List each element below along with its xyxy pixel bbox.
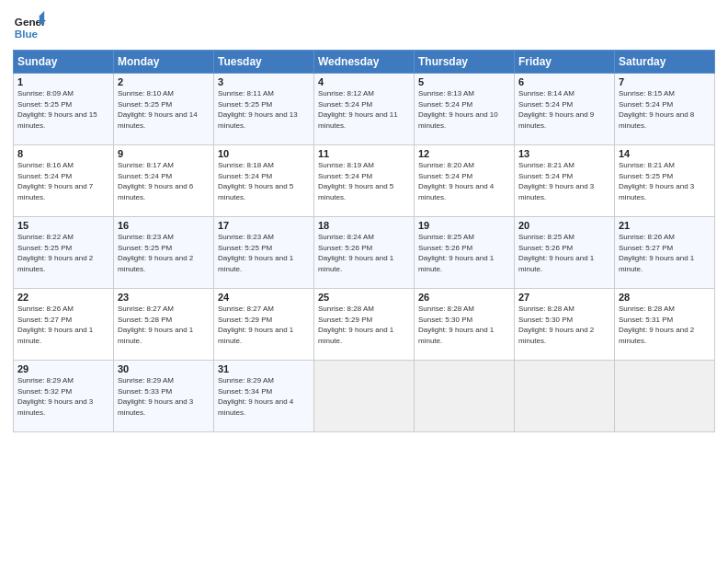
day-info: Sunrise: 8:10 AMSunset: 5:25 PMDaylight:…	[118, 89, 198, 130]
day-info: Sunrise: 8:22 AMSunset: 5:25 PMDaylight:…	[17, 233, 93, 273]
day-info: Sunrise: 8:21 AMSunset: 5:24 PMDaylight:…	[518, 161, 594, 201]
day-number: 12	[418, 148, 510, 159]
day-number: 29	[17, 363, 109, 374]
day-number: 24	[218, 292, 310, 303]
day-info: Sunrise: 8:16 AMSunset: 5:24 PMDaylight:…	[17, 161, 93, 201]
day-number: 1	[17, 76, 109, 87]
day-info: Sunrise: 8:29 AMSunset: 5:32 PMDaylight:…	[17, 376, 93, 417]
calendar-day-cell: 28Sunrise: 8:28 AMSunset: 5:31 PMDayligh…	[615, 289, 715, 361]
day-number: 25	[318, 292, 410, 303]
calendar-week-row: 1Sunrise: 8:09 AMSunset: 5:25 PMDaylight…	[14, 74, 715, 145]
day-number: 14	[619, 148, 711, 159]
day-info: Sunrise: 8:13 AMSunset: 5:24 PMDaylight:…	[418, 89, 498, 130]
day-info: Sunrise: 8:24 AMSunset: 5:26 PMDaylight:…	[318, 233, 393, 273]
day-info: Sunrise: 8:28 AMSunset: 5:30 PMDaylight:…	[518, 304, 594, 345]
day-number: 30	[118, 363, 210, 374]
day-number: 11	[318, 148, 410, 159]
calendar-day-header-saturday: Saturday	[615, 51, 715, 74]
day-number: 27	[518, 292, 610, 303]
calendar-day-header-tuesday: Tuesday	[214, 51, 314, 74]
day-info: Sunrise: 8:25 AMSunset: 5:26 PMDaylight:…	[418, 233, 494, 273]
calendar-day-cell: 21Sunrise: 8:26 AMSunset: 5:27 PMDayligh…	[615, 217, 715, 289]
calendar-day-cell: 8Sunrise: 8:16 AMSunset: 5:24 PMDaylight…	[14, 145, 114, 217]
day-info: Sunrise: 8:27 AMSunset: 5:29 PMDaylight:…	[218, 304, 293, 345]
day-number: 15	[17, 220, 109, 231]
calendar-day-cell: 20Sunrise: 8:25 AMSunset: 5:26 PMDayligh…	[515, 217, 615, 289]
day-info: Sunrise: 8:27 AMSunset: 5:28 PMDaylight:…	[118, 304, 193, 345]
day-number: 19	[418, 220, 510, 231]
calendar-week-row: 15Sunrise: 8:22 AMSunset: 5:25 PMDayligh…	[14, 217, 715, 289]
day-number: 20	[518, 220, 610, 231]
day-number: 21	[619, 220, 711, 231]
day-number: 28	[619, 292, 711, 303]
calendar-day-cell: 26Sunrise: 8:28 AMSunset: 5:30 PMDayligh…	[415, 289, 515, 361]
calendar-day-header-thursday: Thursday	[415, 51, 515, 74]
day-number: 7	[619, 76, 711, 87]
logo: General Blue	[13, 9, 48, 42]
day-number: 3	[218, 76, 310, 87]
calendar-day-cell: 31Sunrise: 8:29 AMSunset: 5:34 PMDayligh…	[214, 361, 314, 432]
calendar-day-cell: 30Sunrise: 8:29 AMSunset: 5:33 PMDayligh…	[114, 361, 214, 432]
calendar-day-cell: 2Sunrise: 8:10 AMSunset: 5:25 PMDaylight…	[114, 74, 214, 145]
day-info: Sunrise: 8:28 AMSunset: 5:31 PMDaylight:…	[619, 304, 694, 345]
day-info: Sunrise: 8:17 AMSunset: 5:24 PMDaylight:…	[118, 161, 193, 201]
calendar-day-cell: 18Sunrise: 8:24 AMSunset: 5:26 PMDayligh…	[314, 217, 415, 289]
calendar-week-row: 8Sunrise: 8:16 AMSunset: 5:24 PMDaylight…	[14, 145, 715, 217]
day-number: 13	[518, 148, 610, 159]
calendar-day-cell	[314, 361, 415, 432]
calendar-day-cell: 5Sunrise: 8:13 AMSunset: 5:24 PMDaylight…	[415, 74, 515, 145]
day-number: 26	[418, 292, 510, 303]
calendar-week-row: 22Sunrise: 8:26 AMSunset: 5:27 PMDayligh…	[14, 289, 715, 361]
day-info: Sunrise: 8:28 AMSunset: 5:30 PMDaylight:…	[418, 304, 494, 345]
calendar-day-cell: 7Sunrise: 8:15 AMSunset: 5:24 PMDaylight…	[615, 74, 715, 145]
day-number: 18	[318, 220, 410, 231]
day-info: Sunrise: 8:09 AMSunset: 5:25 PMDaylight:…	[17, 89, 97, 130]
day-info: Sunrise: 8:12 AMSunset: 5:24 PMDaylight:…	[318, 89, 398, 130]
calendar-body: 1Sunrise: 8:09 AMSunset: 5:25 PMDaylight…	[14, 74, 715, 432]
day-info: Sunrise: 8:26 AMSunset: 5:27 PMDaylight:…	[619, 233, 694, 273]
day-info: Sunrise: 8:14 AMSunset: 5:24 PMDaylight:…	[518, 89, 594, 130]
calendar-day-cell: 13Sunrise: 8:21 AMSunset: 5:24 PMDayligh…	[515, 145, 615, 217]
day-info: Sunrise: 8:21 AMSunset: 5:25 PMDaylight:…	[619, 161, 694, 201]
day-info: Sunrise: 8:29 AMSunset: 5:34 PMDaylight:…	[218, 376, 293, 417]
day-info: Sunrise: 8:23 AMSunset: 5:25 PMDaylight:…	[218, 233, 293, 273]
generalblue-logo-icon: General Blue	[13, 9, 46, 42]
day-info: Sunrise: 8:23 AMSunset: 5:25 PMDaylight:…	[118, 233, 193, 273]
day-info: Sunrise: 8:26 AMSunset: 5:27 PMDaylight:…	[17, 304, 93, 345]
calendar-day-cell: 14Sunrise: 8:21 AMSunset: 5:25 PMDayligh…	[615, 145, 715, 217]
day-number: 17	[218, 220, 310, 231]
calendar-day-cell: 3Sunrise: 8:11 AMSunset: 5:25 PMDaylight…	[214, 74, 314, 145]
day-number: 31	[218, 363, 310, 374]
day-number: 4	[318, 76, 410, 87]
calendar-day-cell: 23Sunrise: 8:27 AMSunset: 5:28 PMDayligh…	[114, 289, 214, 361]
page-container: General Blue SundayMondayTuesdayWednesda…	[0, 0, 728, 440]
calendar-day-cell	[515, 361, 615, 432]
svg-text:Blue: Blue	[15, 28, 39, 40]
calendar-day-cell: 25Sunrise: 8:28 AMSunset: 5:29 PMDayligh…	[314, 289, 415, 361]
calendar-day-cell	[615, 361, 715, 432]
day-number: 16	[118, 220, 210, 231]
calendar-day-cell: 10Sunrise: 8:18 AMSunset: 5:24 PMDayligh…	[214, 145, 314, 217]
day-info: Sunrise: 8:28 AMSunset: 5:29 PMDaylight:…	[318, 304, 393, 345]
day-number: 5	[418, 76, 510, 87]
day-number: 23	[118, 292, 210, 303]
calendar-day-cell: 9Sunrise: 8:17 AMSunset: 5:24 PMDaylight…	[114, 145, 214, 217]
calendar-day-cell: 19Sunrise: 8:25 AMSunset: 5:26 PMDayligh…	[415, 217, 515, 289]
day-number: 2	[118, 76, 210, 87]
calendar-day-header-friday: Friday	[515, 51, 615, 74]
calendar-day-cell: 17Sunrise: 8:23 AMSunset: 5:25 PMDayligh…	[214, 217, 314, 289]
calendar-day-cell: 11Sunrise: 8:19 AMSunset: 5:24 PMDayligh…	[314, 145, 415, 217]
calendar-day-header-wednesday: Wednesday	[314, 51, 415, 74]
page-header: General Blue	[13, 9, 715, 42]
calendar-day-cell: 12Sunrise: 8:20 AMSunset: 5:24 PMDayligh…	[415, 145, 515, 217]
day-info: Sunrise: 8:18 AMSunset: 5:24 PMDaylight:…	[218, 161, 293, 201]
calendar-day-cell: 27Sunrise: 8:28 AMSunset: 5:30 PMDayligh…	[515, 289, 615, 361]
day-info: Sunrise: 8:25 AMSunset: 5:26 PMDaylight:…	[518, 233, 594, 273]
calendar-day-header-sunday: Sunday	[14, 51, 114, 74]
day-info: Sunrise: 8:15 AMSunset: 5:24 PMDaylight:…	[619, 89, 694, 130]
svg-marker-2	[40, 11, 44, 24]
calendar-day-cell: 6Sunrise: 8:14 AMSunset: 5:24 PMDaylight…	[515, 74, 615, 145]
calendar-day-cell: 29Sunrise: 8:29 AMSunset: 5:32 PMDayligh…	[14, 361, 114, 432]
calendar-week-row: 29Sunrise: 8:29 AMSunset: 5:32 PMDayligh…	[14, 361, 715, 432]
day-number: 8	[17, 148, 109, 159]
